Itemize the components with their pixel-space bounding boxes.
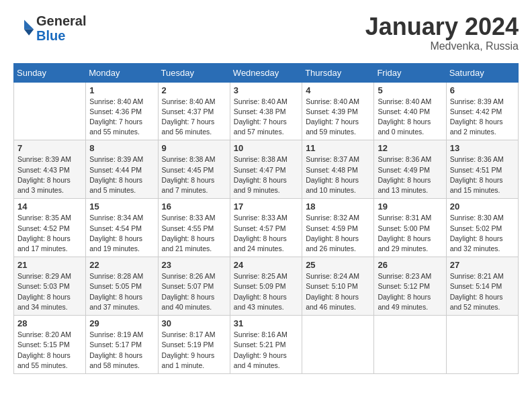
calendar-week-row: 1Sunrise: 8:40 AMSunset: 4:36 PMDaylight… bbox=[14, 82, 519, 140]
day-number: 8 bbox=[89, 143, 154, 153]
page-header: General Blue January 2024 Medvenka, Russ… bbox=[13, 13, 519, 52]
day-number: 25 bbox=[306, 260, 370, 270]
main-title: January 2024 bbox=[365, 13, 519, 40]
weekday-header-cell: Friday bbox=[374, 63, 446, 82]
day-number: 3 bbox=[234, 85, 298, 95]
calendar-week-row: 21Sunrise: 8:29 AMSunset: 5:03 PMDayligh… bbox=[14, 257, 519, 316]
calendar-cell: 26Sunrise: 8:23 AMSunset: 5:12 PMDayligh… bbox=[374, 257, 446, 316]
calendar-cell: 12Sunrise: 8:36 AMSunset: 4:49 PMDayligh… bbox=[374, 140, 446, 199]
day-info: Sunrise: 8:38 AMSunset: 4:45 PMDaylight:… bbox=[162, 154, 226, 195]
calendar-cell: 17Sunrise: 8:33 AMSunset: 4:57 PMDayligh… bbox=[230, 199, 302, 257]
calendar-cell: 20Sunrise: 8:30 AMSunset: 5:02 PMDayligh… bbox=[446, 199, 518, 257]
day-info: Sunrise: 8:33 AMSunset: 4:57 PMDaylight:… bbox=[234, 213, 298, 254]
calendar-cell: 25Sunrise: 8:24 AMSunset: 5:10 PMDayligh… bbox=[302, 257, 374, 316]
calendar-cell: 16Sunrise: 8:33 AMSunset: 4:55 PMDayligh… bbox=[158, 199, 230, 257]
calendar-cell: 22Sunrise: 8:28 AMSunset: 5:05 PMDayligh… bbox=[86, 257, 158, 316]
svg-marker-0 bbox=[24, 20, 34, 30]
day-number: 27 bbox=[450, 260, 515, 270]
day-info: Sunrise: 8:36 AMSunset: 4:49 PMDaylight:… bbox=[378, 154, 442, 195]
day-info: Sunrise: 8:26 AMSunset: 5:07 PMDaylight:… bbox=[162, 271, 226, 312]
calendar-cell: 31Sunrise: 8:16 AMSunset: 5:21 PMDayligh… bbox=[230, 316, 302, 374]
logo-icon bbox=[13, 17, 35, 39]
day-number: 9 bbox=[162, 143, 226, 153]
day-info: Sunrise: 8:31 AMSunset: 5:00 PMDaylight:… bbox=[378, 213, 442, 254]
weekday-header-cell: Thursday bbox=[302, 63, 374, 82]
day-info: Sunrise: 8:40 AMSunset: 4:37 PMDaylight:… bbox=[162, 97, 226, 138]
calendar-cell: 2Sunrise: 8:40 AMSunset: 4:37 PMDaylight… bbox=[158, 82, 230, 140]
day-number: 20 bbox=[450, 201, 515, 212]
day-number: 31 bbox=[234, 318, 298, 328]
day-number: 26 bbox=[378, 260, 442, 270]
calendar-cell: 3Sunrise: 8:40 AMSunset: 4:38 PMDaylight… bbox=[230, 82, 302, 140]
weekday-header-cell: Monday bbox=[86, 63, 158, 82]
day-info: Sunrise: 8:29 AMSunset: 5:03 PMDaylight:… bbox=[17, 271, 82, 312]
day-info: Sunrise: 8:40 AMSunset: 4:39 PMDaylight:… bbox=[306, 97, 370, 138]
logo-general: General bbox=[36, 13, 86, 28]
day-info: Sunrise: 8:36 AMSunset: 4:51 PMDaylight:… bbox=[450, 154, 515, 195]
calendar-cell bbox=[302, 316, 374, 374]
day-number: 12 bbox=[378, 143, 442, 153]
calendar-cell: 28Sunrise: 8:20 AMSunset: 5:15 PMDayligh… bbox=[14, 316, 86, 374]
sub-title: Medvenka, Russia bbox=[365, 40, 519, 52]
calendar-cell: 13Sunrise: 8:36 AMSunset: 4:51 PMDayligh… bbox=[446, 140, 518, 199]
calendar-cell: 6Sunrise: 8:39 AMSunset: 4:42 PMDaylight… bbox=[446, 82, 518, 140]
calendar-cell: 23Sunrise: 8:26 AMSunset: 5:07 PMDayligh… bbox=[158, 257, 230, 316]
logo-text: General Blue bbox=[36, 13, 86, 43]
day-number: 23 bbox=[162, 260, 226, 270]
calendar-cell: 4Sunrise: 8:40 AMSunset: 4:39 PMDaylight… bbox=[302, 82, 374, 140]
day-number: 19 bbox=[378, 201, 442, 212]
day-info: Sunrise: 8:20 AMSunset: 5:15 PMDaylight:… bbox=[17, 330, 82, 371]
calendar-cell: 27Sunrise: 8:21 AMSunset: 5:14 PMDayligh… bbox=[446, 257, 518, 316]
day-number: 6 bbox=[450, 85, 515, 95]
day-info: Sunrise: 8:21 AMSunset: 5:14 PMDaylight:… bbox=[450, 271, 515, 312]
day-number: 14 bbox=[17, 201, 82, 212]
day-info: Sunrise: 8:23 AMSunset: 5:12 PMDaylight:… bbox=[378, 271, 442, 312]
day-info: Sunrise: 8:40 AMSunset: 4:40 PMDaylight:… bbox=[378, 97, 442, 138]
day-number: 30 bbox=[162, 318, 226, 328]
logo: General Blue bbox=[13, 13, 86, 43]
day-info: Sunrise: 8:40 AMSunset: 4:36 PMDaylight:… bbox=[89, 97, 154, 138]
weekday-header-cell: Sunday bbox=[14, 63, 86, 82]
day-info: Sunrise: 8:33 AMSunset: 4:55 PMDaylight:… bbox=[162, 213, 226, 254]
day-info: Sunrise: 8:38 AMSunset: 4:47 PMDaylight:… bbox=[234, 154, 298, 195]
weekday-header-row: SundayMondayTuesdayWednesdayThursdayFrid… bbox=[14, 63, 519, 82]
day-info: Sunrise: 8:28 AMSunset: 5:05 PMDaylight:… bbox=[89, 271, 154, 312]
calendar-cell: 29Sunrise: 8:19 AMSunset: 5:17 PMDayligh… bbox=[86, 316, 158, 374]
calendar-cell: 30Sunrise: 8:17 AMSunset: 5:19 PMDayligh… bbox=[158, 316, 230, 374]
calendar-cell: 10Sunrise: 8:38 AMSunset: 4:47 PMDayligh… bbox=[230, 140, 302, 199]
day-info: Sunrise: 8:17 AMSunset: 5:19 PMDaylight:… bbox=[162, 330, 226, 371]
day-info: Sunrise: 8:16 AMSunset: 5:21 PMDaylight:… bbox=[234, 330, 298, 371]
calendar-cell: 8Sunrise: 8:39 AMSunset: 4:44 PMDaylight… bbox=[86, 140, 158, 199]
weekday-header-cell: Tuesday bbox=[158, 63, 230, 82]
calendar-table: SundayMondayTuesdayWednesdayThursdayFrid… bbox=[13, 63, 519, 374]
weekday-header-cell: Saturday bbox=[446, 63, 518, 82]
day-info: Sunrise: 8:39 AMSunset: 4:44 PMDaylight:… bbox=[89, 154, 154, 195]
day-info: Sunrise: 8:35 AMSunset: 4:52 PMDaylight:… bbox=[17, 213, 82, 254]
day-number: 1 bbox=[89, 85, 154, 95]
calendar-cell: 19Sunrise: 8:31 AMSunset: 5:00 PMDayligh… bbox=[374, 199, 446, 257]
svg-marker-1 bbox=[24, 30, 34, 36]
calendar-week-row: 14Sunrise: 8:35 AMSunset: 4:52 PMDayligh… bbox=[14, 199, 519, 257]
title-block: January 2024 Medvenka, Russia bbox=[365, 13, 519, 52]
weekday-header-cell: Wednesday bbox=[230, 63, 302, 82]
calendar-cell: 18Sunrise: 8:32 AMSunset: 4:59 PMDayligh… bbox=[302, 199, 374, 257]
day-number: 4 bbox=[306, 85, 370, 95]
day-number: 7 bbox=[17, 143, 82, 153]
calendar-body: 1Sunrise: 8:40 AMSunset: 4:36 PMDaylight… bbox=[14, 82, 519, 373]
day-info: Sunrise: 8:32 AMSunset: 4:59 PMDaylight:… bbox=[306, 213, 370, 254]
day-info: Sunrise: 8:25 AMSunset: 5:09 PMDaylight:… bbox=[234, 271, 298, 312]
calendar-week-row: 7Sunrise: 8:39 AMSunset: 4:43 PMDaylight… bbox=[14, 140, 519, 199]
day-number: 22 bbox=[89, 260, 154, 270]
day-number: 10 bbox=[234, 143, 298, 153]
day-number: 2 bbox=[162, 85, 226, 95]
calendar-cell: 24Sunrise: 8:25 AMSunset: 5:09 PMDayligh… bbox=[230, 257, 302, 316]
day-number: 18 bbox=[306, 201, 370, 212]
day-number: 13 bbox=[450, 143, 515, 153]
day-info: Sunrise: 8:24 AMSunset: 5:10 PMDaylight:… bbox=[306, 271, 370, 312]
day-number: 24 bbox=[234, 260, 298, 270]
calendar-cell: 5Sunrise: 8:40 AMSunset: 4:40 PMDaylight… bbox=[374, 82, 446, 140]
calendar-cell: 1Sunrise: 8:40 AMSunset: 4:36 PMDaylight… bbox=[86, 82, 158, 140]
day-info: Sunrise: 8:37 AMSunset: 4:48 PMDaylight:… bbox=[306, 154, 370, 195]
day-number: 11 bbox=[306, 143, 370, 153]
calendar-cell: 15Sunrise: 8:34 AMSunset: 4:54 PMDayligh… bbox=[86, 199, 158, 257]
